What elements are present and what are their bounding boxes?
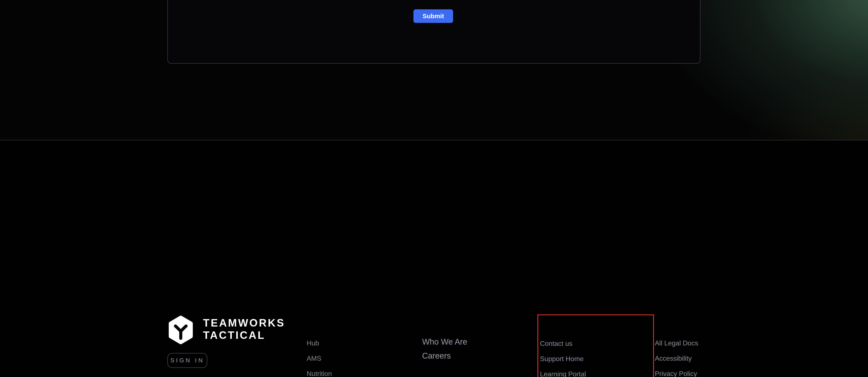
sign-in-button[interactable]: SIGN IN: [167, 353, 207, 368]
brand-logo-hexagon-icon: [167, 315, 195, 345]
footer-link-contact-us[interactable]: Contact us: [540, 340, 586, 347]
brand-wordmark-line2: TACTICAL: [203, 329, 285, 341]
footer: TEAMWORKS TACTICAL SIGN IN (202) 875-893…: [0, 140, 868, 377]
footer-link-privacy-policy[interactable]: Privacy Policy: [655, 370, 698, 377]
brand-wordmark-line1: TEAMWORKS: [203, 317, 285, 329]
footer-nav-support: Contact us Support Home Learning Portal …: [540, 340, 586, 377]
footer-link-careers[interactable]: Careers: [422, 351, 467, 360]
footer-link-accessibility[interactable]: Accessibility: [655, 354, 698, 362]
upper-section-background: Submit: [0, 0, 868, 140]
page: Submit TEAMWORKS TACTICAL SIGN IN (202) …: [0, 0, 868, 377]
footer-link-learning-portal[interactable]: Learning Portal: [540, 370, 586, 377]
footer-nav-legal: All Legal Docs Accessibility Privacy Pol…: [655, 339, 698, 377]
footer-link-all-legal-docs[interactable]: All Legal Docs: [655, 339, 698, 346]
footer-link-support-home[interactable]: Support Home: [540, 355, 586, 362]
submit-button[interactable]: Submit: [413, 9, 453, 23]
footer-link-ams[interactable]: AMS: [307, 354, 332, 362]
footer-link-who-we-are[interactable]: Who We Are: [422, 337, 467, 346]
footer-nav-products: Hub AMS Nutrition: [307, 339, 332, 377]
footer-link-hub[interactable]: Hub: [307, 339, 332, 346]
brand-wordmark: TEAMWORKS TACTICAL: [203, 317, 285, 341]
footer-nav-company: Who We Are Careers: [422, 337, 467, 365]
footer-link-nutrition[interactable]: Nutrition: [307, 370, 332, 377]
